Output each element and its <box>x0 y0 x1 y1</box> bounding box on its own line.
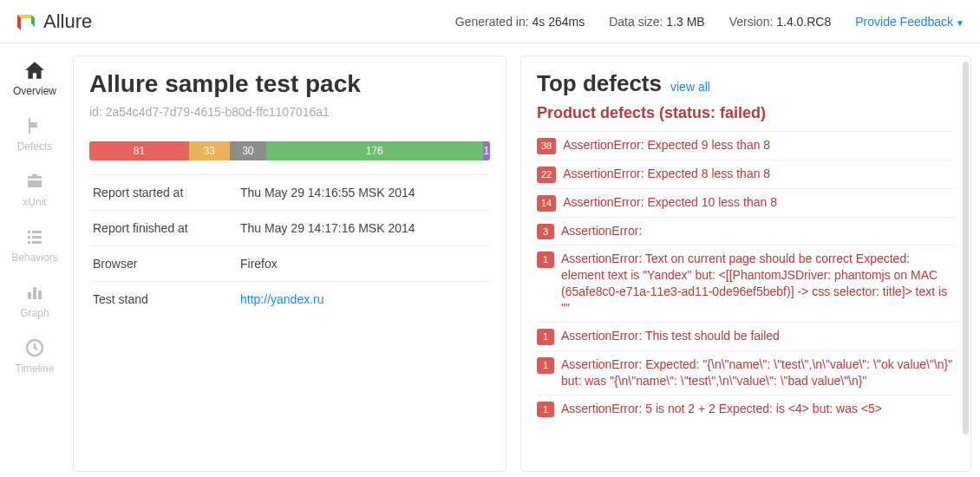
home-icon <box>22 59 48 82</box>
status-broken-seg[interactable]: 33 <box>189 141 230 160</box>
defect-row[interactable]: 1AssertionError: This test should be fai… <box>537 322 955 350</box>
provide-feedback-link[interactable]: Provide Feedback▼ <box>855 15 964 29</box>
svg-rect-2 <box>28 236 30 238</box>
defect-row[interactable]: 38AssertionError: Expected 9 less than 8 <box>537 131 955 160</box>
info-label: Report started at <box>89 175 237 211</box>
status-passed-seg[interactable]: 176 <box>266 141 482 160</box>
defect-row[interactable]: 1AssertionError: Expected: "{\n\"name\":… <box>537 350 955 395</box>
info-value: Thu May 29 14:16:55 MSK 2014 <box>237 175 490 211</box>
defect-text: AssertionError: This test should be fail… <box>561 328 780 344</box>
sidebar: Overview Defects xUnit Behaviors Graph T… <box>0 43 69 477</box>
svg-rect-4 <box>28 241 30 244</box>
status-unknown-seg[interactable]: 1 <box>483 141 491 160</box>
defect-row[interactable]: 22AssertionError: Expected 8 less than 8 <box>537 160 955 188</box>
defect-row[interactable]: 3AssertionError: <box>537 217 955 245</box>
sidebar-item-timeline[interactable]: Timeline <box>4 337 65 375</box>
defect-text: AssertionError: Expected 8 less than 8 <box>563 166 770 182</box>
defect-count-badge: 38 <box>537 138 556 154</box>
defect-count-badge: 1 <box>537 357 554 374</box>
svg-rect-8 <box>38 291 42 299</box>
defect-row[interactable]: 1AssertionError: 5 is not 2 + 2 Expected… <box>537 395 955 423</box>
sidebar-item-behaviors[interactable]: Behaviors <box>4 225 65 264</box>
info-label: Browser <box>89 246 237 282</box>
sidebar-item-label: Defects <box>17 140 53 153</box>
app-header: Allure Generated in: 4s 264ms Data size:… <box>0 0 980 43</box>
allure-logo-icon <box>16 11 36 32</box>
sidebar-item-defects[interactable]: Defects <box>4 114 65 153</box>
table-row: Test standhttp://yandex.ru <box>89 282 490 317</box>
info-label: Report finished at <box>89 211 237 246</box>
sidebar-item-xunit[interactable]: xUnit <box>4 170 65 208</box>
defect-text: AssertionError: Expected 10 less than 8 <box>563 194 777 211</box>
info-value: Thu May 29 14:17:16 MSK 2014 <box>237 211 490 246</box>
defect-row[interactable]: 14AssertionError: Expected 10 less than … <box>537 188 955 217</box>
defect-text: AssertionError: <box>561 223 642 239</box>
caret-down-icon: ▼ <box>956 18 964 28</box>
sidebar-item-graph[interactable]: Graph <box>4 281 65 319</box>
info-label: Test stand <box>89 282 237 317</box>
test-stand-link[interactable]: http://yandex.ru <box>240 292 324 306</box>
clock-icon <box>22 337 48 359</box>
table-row: BrowserFirefox <box>89 246 490 282</box>
defect-text: AssertionError: 5 is not 2 + 2 Expected:… <box>561 401 882 417</box>
defects-title: Top defects view all <box>537 70 955 97</box>
svg-rect-6 <box>28 292 31 299</box>
svg-rect-0 <box>28 231 30 233</box>
svg-rect-7 <box>33 287 36 299</box>
flag-icon <box>22 114 48 137</box>
data-size: Data size: 1.3 MB <box>609 15 705 29</box>
status-bar: 81 33 30 176 1 <box>89 141 490 160</box>
bar-chart-icon <box>22 281 48 304</box>
defect-count-badge: 3 <box>537 224 554 240</box>
defect-count-badge: 22 <box>537 167 556 183</box>
defects-list: 38AssertionError: Expected 9 less than 8… <box>537 131 955 422</box>
defect-text: AssertionError: Text on current page sho… <box>561 251 955 317</box>
logo[interactable]: Allure <box>16 10 92 33</box>
pack-title: Allure sample test pack <box>89 70 490 98</box>
svg-rect-5 <box>32 241 42 244</box>
test-pack-card: Allure sample test pack id: 2a54c4d7-7d7… <box>73 56 506 472</box>
table-row: Report finished atThu May 29 14:17:16 MS… <box>89 211 490 246</box>
top-defects-card: Top defects view all Product defects (st… <box>520 56 971 472</box>
defect-count-badge: 1 <box>537 402 554 418</box>
defect-text: AssertionError: Expected: "{\n\"name\": … <box>561 356 955 389</box>
defect-count-badge: 1 <box>537 329 554 345</box>
version: Version: 1.4.0.RC8 <box>729 15 832 29</box>
defects-title-text: Top defects <box>537 70 662 97</box>
status-failed-seg[interactable]: 81 <box>89 141 189 160</box>
briefcase-icon <box>22 170 48 193</box>
header-info: Generated in: 4s 264ms Data size: 1.3 MB… <box>455 15 964 29</box>
defects-subtitle: Product defects (status: failed) <box>537 104 955 122</box>
sidebar-item-overview[interactable]: Overview <box>4 59 65 97</box>
scrollbar[interactable] <box>963 62 969 435</box>
sidebar-item-label: Timeline <box>16 363 55 375</box>
sidebar-item-label: Behaviors <box>11 252 57 264</box>
pack-id: id: 2a54c4d7-7d79-4615-b80d-ffc1107016a1 <box>89 105 490 119</box>
sidebar-item-label: Overview <box>13 85 56 97</box>
info-value: Firefox <box>237 246 490 282</box>
logo-text: Allure <box>43 10 92 33</box>
sidebar-item-label: Graph <box>20 307 49 319</box>
generated-in: Generated in: 4s 264ms <box>455 15 585 29</box>
defect-count-badge: 14 <box>537 195 556 212</box>
view-all-link[interactable]: view all <box>670 80 710 94</box>
status-skipped-seg[interactable]: 30 <box>230 141 267 160</box>
table-row: Report started atThu May 29 14:16:55 MSK… <box>89 175 490 211</box>
info-table: Report started atThu May 29 14:16:55 MSK… <box>89 174 490 317</box>
defect-text: AssertionError: Expected 9 less than 8 <box>563 137 770 154</box>
sidebar-item-label: xUnit <box>23 196 46 208</box>
list-icon <box>22 225 48 248</box>
defect-count-badge: 1 <box>537 252 554 268</box>
defect-row[interactable]: 1AssertionError: Text on current page sh… <box>537 245 955 322</box>
svg-rect-3 <box>32 236 42 238</box>
svg-rect-1 <box>32 231 42 233</box>
